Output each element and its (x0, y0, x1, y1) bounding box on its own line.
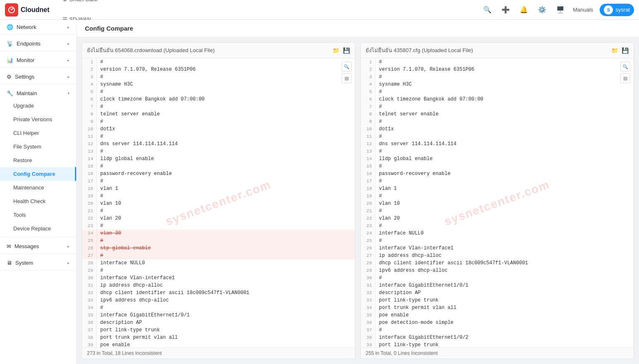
right-save-icon[interactable]: 💾 (622, 47, 629, 54)
line-number: 4 (361, 81, 376, 88)
table-row: 23# (361, 222, 634, 230)
table-row: 16password-recovery enable (361, 170, 634, 177)
sidebar-section-network-section[interactable]: 🌐Network▸ (0, 20, 76, 33)
line-number: 11 (361, 133, 376, 140)
table-row: 33port link-type trunk (361, 297, 634, 304)
settings-icon[interactable]: ⚙️ (536, 4, 548, 16)
sidebar-section-maintain-section[interactable]: 🔧Maintain▾ (0, 86, 76, 99)
nav-item-smart-om[interactable]: ⚙Smart O&M (56, 0, 104, 10)
line-content: # (376, 222, 634, 230)
user-badge[interactable]: S sysrat (600, 4, 634, 16)
sidebar-section-label-maintain-section: Maintain (17, 90, 37, 96)
table-row: 17# (361, 177, 634, 185)
table-row: 33ipv6 address dhcp-alloc (82, 297, 355, 304)
line-number: 30 (361, 274, 376, 282)
line-content: # (376, 133, 634, 140)
line-number: 19 (82, 192, 97, 200)
user-name: sysrat (615, 7, 630, 13)
table-row: 18vlan 1 (82, 185, 355, 192)
left-map-icon[interactable]: ▤ (342, 73, 352, 83)
right-map-icon[interactable]: ▤ (620, 73, 630, 83)
sidebar-section-monitor-section[interactable]: 📊Monitor▸ (0, 53, 76, 66)
table-row: 36description AP (82, 319, 355, 326)
table-row: 20vlan 10 (82, 200, 355, 207)
sidebar-item-label-private-versions: Private Versions (13, 116, 52, 122)
sidebar: 🌐Network▸📡Endpoints▸📊Monitor▸⚙Settings▸🔧… (0, 20, 77, 364)
line-number: 29 (82, 267, 97, 274)
line-number: 31 (82, 282, 97, 289)
logo-icon (5, 3, 18, 17)
line-content: lldp global enable (97, 155, 355, 163)
left-save-icon[interactable]: 💾 (343, 47, 350, 54)
table-row: 22vlan 20 (82, 215, 355, 222)
left-folder-icon[interactable]: 📁 (333, 47, 340, 54)
sidebar-divider-monitor-section (0, 67, 76, 68)
sidebar-item-maintenance[interactable]: Maintenance (0, 181, 76, 194)
line-number: 19 (361, 192, 376, 200)
line-content: password-recovery enable (97, 170, 355, 177)
sidebar-item-file-system[interactable]: File System (0, 140, 76, 153)
line-number: 36 (82, 319, 97, 326)
sidebar-item-restore[interactable]: Restore (0, 153, 76, 167)
table-row: 38interface GigabitEthernet1/0/2 (361, 334, 634, 341)
manuals-link[interactable]: Manuals (573, 7, 593, 13)
sidebar-item-cli-helper[interactable]: CLI Helper (0, 126, 76, 140)
add-icon[interactable]: ➕ (500, 4, 511, 16)
sidebar-item-label-restore: Restore (13, 157, 32, 163)
line-content: ip address dhcp-alloc (376, 252, 634, 259)
sidebar-section-icon-system-section: 🖥 (7, 260, 12, 266)
line-number: 11 (82, 133, 97, 140)
right-code-view[interactable]: 1#2version 7.1.070, Release 6351P063#4sy… (361, 58, 634, 347)
sidebar-section-messages-section[interactable]: ✉Messages▸ (0, 239, 76, 252)
logo[interactable]: Cloudnet (5, 3, 49, 17)
search-icon[interactable]: 🔍 (482, 4, 493, 16)
line-number: 30 (82, 274, 97, 282)
line-content: # (97, 267, 355, 274)
sidebar-section-label-monitor-section: Monitor (17, 57, 34, 63)
line-content: interface NULL0 (97, 259, 355, 267)
sidebar-section-system-section[interactable]: 🖥System▸ (0, 256, 76, 268)
sidebar-item-upgrade[interactable]: Upgrade (0, 99, 76, 113)
sidebar-item-config-compare[interactable]: Config Compare (0, 167, 76, 181)
left-panel-footer: 273 in Total, 18 Lines Inconsistent (82, 347, 355, 359)
left-search-icon[interactable]: 🔍 (342, 62, 352, 72)
right-file-panel: ยังไม่ยืนยัน 435807.cfg (Uploaded Local … (360, 42, 634, 359)
table-row: 4sysname H3C (82, 81, 355, 88)
sidebar-item-device-replace[interactable]: Device Replace (0, 222, 76, 235)
sidebar-item-private-versions[interactable]: Private Versions (0, 113, 76, 126)
line-number: 2 (361, 66, 376, 73)
sidebar-item-tools[interactable]: Tools (0, 208, 76, 222)
line-content: vlan 30 (97, 230, 355, 237)
line-number: 6 (82, 96, 97, 103)
table-row: 28interface NULL0 (82, 259, 355, 267)
line-content: # (97, 222, 355, 230)
table-row: 15# (361, 163, 634, 170)
line-content: ipv6 address dhcp-alloc (97, 297, 355, 304)
bell-icon[interactable]: 🔔 (518, 4, 530, 16)
table-row: 26interface Vlan-interface1 (361, 244, 634, 252)
sidebar-divider-messages-section (0, 254, 76, 254)
sidebar-section-label-network-section: Network (17, 24, 36, 30)
sidebar-section-settings-section[interactable]: ⚙Settings▸ (0, 69, 76, 82)
line-number: 33 (82, 297, 97, 304)
sidebar-section-endpoints-section[interactable]: 📡Endpoints▸ (0, 36, 76, 49)
left-code-view[interactable]: 1#2version 7.1.070, Release 6351P063#4sy… (82, 58, 355, 347)
line-number: 8 (82, 110, 97, 118)
line-number: 20 (361, 200, 376, 207)
line-content: dot1x (376, 125, 634, 133)
device-icon[interactable]: 🖥️ (555, 4, 566, 16)
line-number: 31 (361, 282, 376, 289)
sidebar-item-health-check[interactable]: Health Check (0, 194, 76, 208)
right-folder-icon[interactable]: 📁 (611, 47, 618, 54)
line-number: 13 (82, 148, 97, 155)
table-row: 5# (361, 88, 634, 96)
right-search-icon[interactable]: 🔍 (620, 62, 630, 72)
right-panel-footer: 255 in Total, 0 Lines Inconsistent (361, 347, 634, 359)
line-content: telnet server enable (97, 110, 355, 118)
sidebar-arrow-system-section: ▸ (68, 261, 70, 265)
line-content: # (376, 177, 634, 185)
table-row: 6clock timezone Bangkok add 07:00:00 (361, 96, 634, 103)
table-row: 24vlan 30 (82, 230, 355, 237)
table-row: 35interface GigabitEthernet1/0/1 (82, 311, 355, 319)
table-row: 37port link-type trunk (82, 326, 355, 334)
